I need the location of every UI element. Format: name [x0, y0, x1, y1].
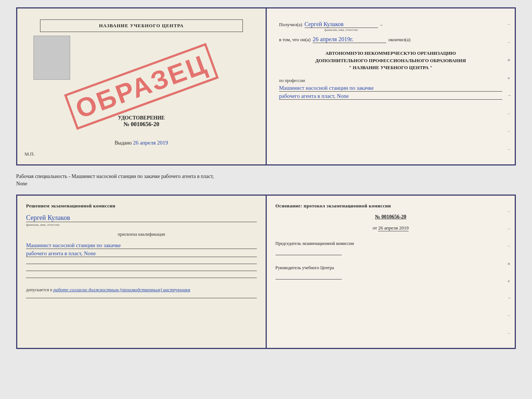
between-label: Рабочая специальность - Машинист насосно… [16, 171, 516, 189]
bottom-line-3 [26, 278, 257, 278]
udostoverenie-label: УДОСТОВЕРЕНИЕ [118, 115, 165, 121]
predsedatel-label: Председатель экзаменационной комиссии [276, 241, 354, 246]
ot-date-block: от 26 апреля 2019 [276, 225, 506, 231]
vydano-date: 26 апреля 2019 [133, 140, 168, 146]
rukovoditel-block: Руководитель учебного Центра [276, 264, 506, 279]
right-dashes-top: – – и а ← – – – [508, 8, 512, 164]
top-doc-right: Получил(а) Сергей Кулаков фамилия, имя, … [267, 8, 515, 164]
komissia-name-block: Сергей Кулаков фамилия, имя, отчество [26, 214, 257, 227]
center-text-2: ДОПОЛНИТЕЛЬНОГО ПРОФЕССИОНАЛЬНОГО ОБРАЗО… [279, 57, 503, 64]
komissia-name-hw: Сергей Кулаков [26, 214, 257, 222]
between-text: Рабочая специальность - Машинист насосно… [16, 173, 516, 180]
dopuskaetsya-label: допускается к [26, 287, 52, 292]
poluchil-name: Сергей Кулаков [305, 21, 378, 28]
vtom-row: в том, что он(а) 26 апреля 2019г. окончи… [279, 36, 503, 43]
center-text-1: АВТОНОМНУЮ НЕКОММЕРЧЕСКУЮ ОРГАНИЗАЦИЮ [279, 50, 503, 57]
photo-placeholder [33, 36, 70, 80]
bottom-doc-left: Решением экзаменационной комиссии Сергей… [17, 196, 266, 348]
profession-line2: рабочего агента в пласт, None [279, 93, 503, 100]
poluchil-row: Получил(а) Сергей Кулаков фамилия, имя, … [279, 21, 503, 32]
bottom-document: Решением экзаменационной комиссии Сергей… [16, 195, 516, 349]
dash1: – [380, 22, 383, 28]
dopusk-hw: работе согласно должностным (производств… [53, 287, 190, 292]
kvalif-block: Машинист насосной станции по закачке раб… [26, 242, 257, 259]
po-professii-block: по профессии Машинист насосной станции п… [279, 78, 503, 101]
ot-label: от [373, 225, 377, 231]
predsedatel-sign-line [276, 248, 342, 255]
top-doc-left: НАЗВАНИЕ УЧЕБНОГО ЦЕНТРА ОБРАЗЕЦ УДОСТОВ… [17, 8, 266, 164]
udost-number: № 0010656-20 [118, 121, 165, 128]
vydano-label: Выдано [115, 140, 132, 146]
rukovoditel-label: Руководитель учебного Центра [276, 265, 334, 270]
protocol-number: № 0010656-20 [276, 214, 506, 220]
right-top-content: Получил(а) Сергей Кулаков фамилия, имя, … [276, 16, 506, 106]
mp-label: М.П. [25, 151, 35, 157]
komissia-title: Решением экзаменационной комиссии [26, 203, 257, 209]
rukovoditel-sign-line [276, 272, 342, 279]
osnov-title: Основание: протокол экзаменационной коми… [276, 203, 506, 209]
okonchil-label: окончил(а) [388, 37, 410, 43]
center-text-3: " НАЗВАНИЕ УЧЕБНОГО ЦЕНТРА " [279, 64, 503, 71]
po-professii-label: по профессии [279, 78, 503, 83]
komissia-name-hint: фамилия, имя, отчество [26, 223, 257, 227]
right-dashes-bottom: – – – и а ← – – [508, 196, 512, 348]
bottom-doc-right: Основание: протокол экзаменационной коми… [267, 196, 515, 348]
udostoverenie-block: УДОСТОВЕРЕНИЕ № 0010656-20 [118, 115, 165, 128]
familiya-hint: фамилия, имя, отчество [305, 28, 378, 32]
poluchil-label: Получил(а) [279, 22, 302, 28]
bottom-line-1 [26, 264, 257, 264]
between-text2: None [16, 180, 516, 188]
bottom-line-4 [26, 298, 257, 298]
ot-date: 26 апреля 2019 [378, 225, 409, 231]
kvalif-hw-2: рабочего агента в пласт, None [26, 250, 257, 257]
vydano-line: Выдано 26 апреля 2019 [115, 140, 168, 146]
top-document: НАЗВАНИЕ УЧЕБНОГО ЦЕНТРА ОБРАЗЕЦ УДОСТОВ… [16, 7, 516, 165]
profession-line1: Машинист насосной станции по закачке [279, 85, 503, 92]
vtom-label: в том, что он(а) [279, 37, 311, 43]
bottom-line-2 [26, 271, 257, 271]
predsedatel-block: Председатель экзаменационной комиссии [276, 240, 506, 255]
vtom-date: 26 апреля 2019г. [313, 36, 386, 43]
prisvoena-label: присвоена квалификация [26, 232, 257, 237]
kvalif-hw-1: Машинист насосной станции по закачке [26, 242, 257, 249]
school-name-top: НАЗВАНИЕ УЧЕБНОГО ЦЕНТРА [40, 19, 243, 32]
dopuskaetsya-block: допускается к работе согласно должностны… [26, 287, 257, 293]
